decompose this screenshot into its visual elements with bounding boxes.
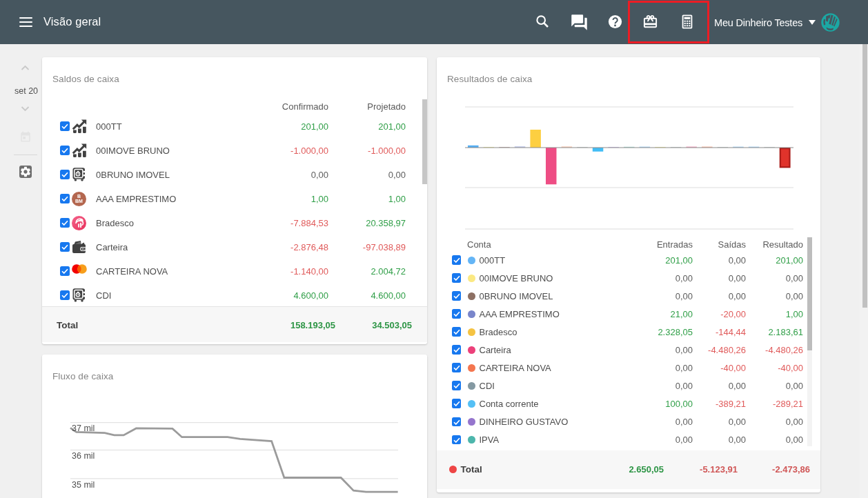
svg-text:G: G [84,248,86,251]
svg-text:37 mil: 37 mil [72,424,95,433]
svg-text:BM: BM [75,199,83,203]
svg-text:B: B [77,194,81,199]
svg-text:36 mil: 36 mil [72,451,95,461]
svg-text:35 mil: 35 mil [72,480,95,490]
